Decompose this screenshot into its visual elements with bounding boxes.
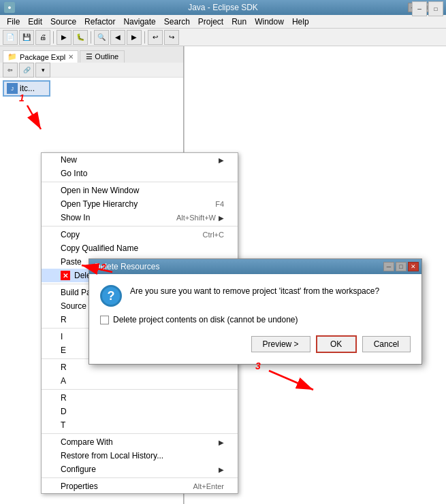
delete-contents-checkbox[interactable]: [100, 316, 109, 324]
ctx-a[interactable]: A: [42, 374, 238, 388]
project-label: itc...: [20, 84, 35, 93]
dialog-checkbox-row: Delete project contents on disk (cannot …: [100, 315, 411, 324]
ctx-paste-label: Paste: [61, 257, 82, 267]
ctx-new[interactable]: New ▶: [42, 153, 238, 167]
preview-button[interactable]: Preview >: [251, 336, 310, 352]
ctx-source-label: Source: [61, 301, 86, 311]
ctx-sep-7: [42, 433, 238, 434]
title-bar: ● Java - Eclipse SDK ─ □ ✕: [0, 0, 446, 15]
outline-tab[interactable]: ☰ Outline: [80, 50, 125, 63]
outline-icon: ☰: [86, 52, 93, 61]
menu-run[interactable]: Run: [227, 15, 251, 28]
ctx-properties-label: Properties: [61, 482, 98, 491]
ctx-sep-6: [42, 389, 238, 390]
toolbar-sep-1: [53, 31, 54, 44]
window-title: Java - Eclipse SDK: [188, 3, 258, 12]
package-explorer-tab[interactable]: 📁 Package Expl ✕: [3, 50, 78, 63]
menu-file[interactable]: File: [3, 15, 24, 28]
toolbar-debug[interactable]: 🐛: [73, 30, 88, 45]
panel-menu[interactable]: ▾: [35, 63, 50, 78]
ctx-new-label: New: [61, 155, 77, 165]
toolbar-sep-3: [144, 31, 145, 44]
collapse-all[interactable]: ⇦: [3, 63, 18, 78]
menu-project[interactable]: Project: [194, 15, 227, 28]
project-tree-item[interactable]: J itc...: [3, 80, 50, 97]
ctx-copy-shortcut: Ctrl+C: [203, 231, 224, 239]
ctx-go-into-label: Go Into: [61, 169, 87, 178]
dialog-close[interactable]: ✕: [408, 262, 419, 271]
toolbar: 📄 💾 🖨 ▶ 🐛 🔍 ◀ ▶ ↩ ↪: [0, 29, 446, 46]
delete-contents-label: Delete project contents on disk (cannot …: [113, 315, 298, 324]
ctx-properties[interactable]: Properties Alt+Enter: [42, 480, 238, 493]
ok-button[interactable]: OK: [316, 335, 357, 353]
ctx-copy-label: Copy: [61, 230, 80, 239]
menu-navigate[interactable]: Navigate: [119, 15, 159, 28]
ctx-copy-qualified-label: Copy Qualified Name: [61, 243, 138, 253]
dialog-minimize[interactable]: ─: [383, 262, 394, 271]
toolbar-back[interactable]: ◀: [110, 30, 125, 45]
dialog-controls: ─ □ ✕: [383, 262, 419, 271]
menu-source[interactable]: Source: [46, 15, 80, 28]
ctx-show-in-shortcut: Alt+Shift+W: [176, 214, 216, 222]
dialog-question-icon: ?: [100, 285, 122, 307]
menu-bar: File Edit Source Refactor Navigate Searc…: [0, 15, 446, 29]
toolbar-sep-2: [91, 31, 91, 44]
cancel-button[interactable]: Cancel: [362, 336, 411, 352]
ctx-configure[interactable]: Configure ▶: [42, 463, 238, 476]
step-1-label: 1: [19, 93, 25, 103]
toolbar-search[interactable]: 🔍: [94, 30, 109, 45]
ctx-go-into[interactable]: Go Into: [42, 167, 238, 180]
panel-tabs: 📁 Package Expl ✕ ☰ Outline ─ □: [0, 46, 183, 63]
ctx-open-type-hierarchy[interactable]: Open Type Hierarchy F4: [42, 197, 238, 211]
ctx-copy-qualified[interactable]: Copy Qualified Name: [42, 241, 238, 255]
link-editor[interactable]: 🔗: [19, 63, 34, 78]
ctx-d[interactable]: D: [42, 405, 238, 418]
toolbar-run[interactable]: ▶: [57, 30, 71, 45]
app-icon: ●: [4, 2, 15, 13]
toolbar-fwd[interactable]: ▶: [127, 30, 142, 45]
panel-maximize[interactable]: □: [428, 1, 443, 16]
ctx-restore[interactable]: Restore from Local History...: [42, 449, 238, 463]
menu-window[interactable]: Window: [251, 15, 288, 28]
dialog-maximize[interactable]: □: [396, 262, 407, 271]
menu-edit[interactable]: Edit: [24, 15, 46, 28]
ctx-compare-with[interactable]: Compare With ▶: [42, 435, 238, 449]
dialog-title-bar: Delete Resources ─ □ ✕: [89, 259, 421, 274]
dialog-buttons: Preview > OK Cancel: [100, 335, 411, 353]
ctx-open-new-window-label: Open in New Window: [61, 186, 139, 195]
menu-refactor[interactable]: Refactor: [80, 15, 119, 28]
dialog-message-row: ? Are you sure you want to remove projec…: [100, 285, 411, 307]
menu-search[interactable]: Search: [160, 15, 194, 28]
ctx-compare-with-label: Compare With: [61, 437, 113, 447]
ctx-configure-label: Configure: [61, 465, 96, 474]
ctx-r3[interactable]: R: [42, 391, 238, 405]
toolbar-undo[interactable]: ↩: [148, 30, 163, 45]
ctx-show-in[interactable]: Show In Alt+Shift+W ▶: [42, 211, 238, 224]
delete-resources-dialog: Delete Resources ─ □ ✕ ? Are you sure yo…: [89, 258, 422, 365]
step-2-label: 2: [101, 262, 106, 273]
ctx-type-hierarchy-shortcut: F4: [215, 200, 224, 208]
toolbar-redo[interactable]: ↪: [164, 30, 179, 45]
toolbar-save[interactable]: 💾: [19, 30, 34, 45]
package-explorer-label: Package Expl: [20, 53, 65, 61]
toolbar-print[interactable]: 🖨: [35, 30, 50, 45]
ctx-open-new-window[interactable]: Open in New Window: [42, 184, 238, 197]
panel-minimize[interactable]: ─: [412, 1, 427, 16]
package-explorer-close[interactable]: ✕: [68, 53, 74, 61]
ctx-compare-arrow: ▶: [219, 439, 224, 446]
step-3-label: 3: [255, 360, 261, 371]
ctx-show-in-arrow: ▶: [219, 214, 224, 222]
ctx-copy[interactable]: Copy Ctrl+C: [42, 228, 238, 241]
toolbar-new[interactable]: 📄: [3, 30, 18, 45]
project-icon: J: [7, 83, 18, 94]
package-explorer-icon: 📁: [7, 52, 17, 61]
ctx-sep-1: [42, 182, 238, 182]
ctx-sep-8: [42, 477, 238, 478]
ctx-t[interactable]: T: [42, 418, 238, 432]
panel-toolbar: ⇦ 🔗 ▾: [0, 63, 183, 78]
dialog-body: ? Are you sure you want to remove projec…: [89, 274, 421, 364]
ctx-type-hierarchy-label: Open Type Hierarchy: [61, 199, 138, 209]
panel-window-controls: ─ □: [412, 1, 443, 16]
menu-help[interactable]: Help: [288, 15, 313, 28]
ctx-sep-2: [42, 226, 238, 226]
